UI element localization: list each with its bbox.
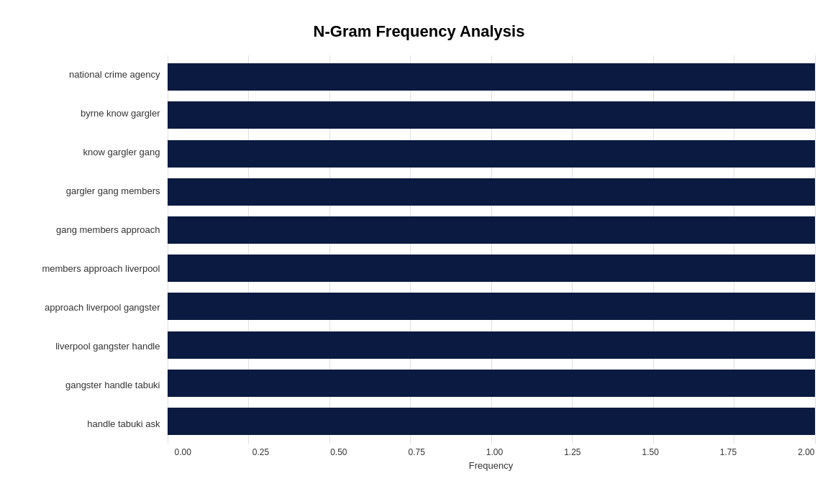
y-label: byrne know gargler	[81, 108, 160, 119]
y-label: gangster handle tabuki	[65, 380, 160, 391]
bar-row	[168, 288, 815, 326]
x-axis-label: Frequency	[168, 460, 815, 471]
bar-row	[168, 211, 815, 249]
y-label: gang members approach	[56, 224, 160, 236]
bar	[168, 216, 815, 244]
bar-row	[168, 173, 815, 211]
bar	[168, 140, 815, 168]
x-tick: 1.50	[642, 447, 658, 457]
bar-row	[168, 364, 815, 402]
y-axis-labels: national crime agencybyrne know garglerk…	[24, 55, 168, 444]
y-label: members approach liverpool	[42, 263, 160, 275]
x-tick: 1.00	[486, 447, 503, 457]
bar	[168, 255, 815, 282]
x-tick: 1.25	[564, 447, 580, 457]
x-axis: 0.000.250.500.751.001.251.501.752.00	[168, 447, 815, 457]
chart-container: N-Gram Frequency Analysis national crime…	[9, 8, 829, 497]
y-label: know gargler gang	[83, 147, 160, 158]
bar-row	[168, 96, 815, 134]
x-tick: 2.00	[798, 447, 814, 457]
bar-row	[168, 326, 815, 364]
bar	[168, 408, 815, 435]
bar-row	[168, 134, 815, 173]
bars-and-grid	[168, 55, 815, 444]
x-tick: 0.75	[408, 447, 424, 457]
bar-row	[168, 402, 815, 440]
bar	[168, 101, 815, 129]
chart-area: national crime agencybyrne know garglerk…	[24, 55, 815, 444]
bar	[168, 63, 815, 91]
y-label: handle tabuki ask	[87, 418, 160, 430]
bar	[168, 370, 815, 397]
y-label: national crime agency	[69, 69, 160, 81]
x-tick: 1.75	[720, 447, 737, 457]
x-tick: 0.50	[330, 447, 347, 457]
y-label: approach liverpool gangster	[45, 302, 160, 313]
bars-container	[168, 55, 815, 444]
grid-line	[815, 55, 816, 444]
bar-row	[168, 58, 815, 96]
x-tick: 0.00	[175, 447, 191, 457]
y-label: gargler gang members	[66, 185, 160, 197]
x-tick: 0.25	[252, 447, 269, 457]
bar-row	[168, 249, 815, 288]
chart-title: N-Gram Frequency Analysis	[24, 22, 815, 41]
bar	[168, 178, 815, 206]
bar	[168, 293, 815, 320]
bar	[168, 331, 815, 359]
y-label: liverpool gangster handle	[55, 341, 160, 352]
